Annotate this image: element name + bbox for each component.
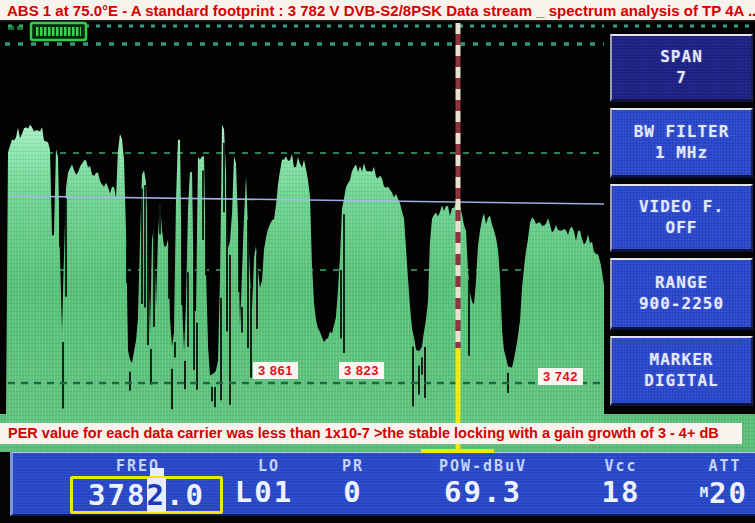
carrier-label-3742: 3 742 — [538, 368, 583, 385]
vcc-label: Vcc — [595, 457, 647, 475]
freq-value-pre: 378 — [88, 478, 146, 512]
range-button-value: 900-2250 — [639, 294, 724, 315]
lo-value: L01 — [225, 475, 303, 509]
video-filter-button-label: VIDEO F. — [639, 197, 724, 218]
range-button[interactable]: RANGE 900-2250 — [610, 258, 753, 330]
freq-input[interactable]: 3782.0 — [70, 476, 223, 514]
span-button[interactable]: SPAN 7 — [610, 34, 753, 102]
freq-value-cursor: 2 — [147, 478, 166, 512]
att-mode-prefix: M — [700, 484, 709, 500]
att-label: ATT — [700, 457, 750, 475]
video-filter-button[interactable]: VIDEO F. OFF — [610, 184, 753, 252]
bw-filter-button-label: BW FILTER — [634, 122, 730, 143]
pr-label: PR — [333, 457, 373, 475]
marker-digital-button-label: MARKER — [650, 350, 714, 371]
carrier-label-3861: 3 861 — [253, 362, 298, 379]
vcc-value: 18 — [595, 475, 647, 509]
range-button-label: RANGE — [655, 273, 708, 294]
marker-digital-button-value: DIGITAL — [644, 371, 718, 392]
marker-digital-button[interactable]: MARKER DIGITAL — [610, 336, 753, 406]
span-button-value: 7 — [676, 68, 687, 89]
pr-value: 0 — [333, 475, 373, 509]
att-value: M20 — [663, 475, 748, 510]
video-filter-button-value: OFF — [666, 218, 698, 239]
pow-value: 69.3 — [423, 475, 543, 509]
pow-label: POW-dBuV — [423, 457, 543, 475]
bw-filter-button-value: 1 MHz — [655, 143, 708, 164]
caption-banner: PER value for each data carrier was less… — [0, 423, 742, 444]
spectrum-analyzer-screen: ABS 1 at 75.0°E - A standard footprint :… — [0, 0, 755, 523]
span-button-label: SPAN — [660, 47, 703, 68]
bw-filter-button[interactable]: BW FILTER 1 MHz — [610, 108, 753, 178]
status-bar-panel: FREQ 3782.0 LO L01 PR 0 POW-dBuV 69.3 Vc… — [10, 452, 755, 516]
lo-label: LO — [239, 457, 299, 475]
carrier-label-3823: 3 823 — [339, 362, 384, 379]
marker-tick — [421, 449, 494, 453]
att-value-number: 20 — [709, 476, 748, 510]
freq-value-post: .0 — [166, 478, 205, 512]
status-bar: FREQ 3782.0 LO L01 PR 0 POW-dBuV 69.3 Vc… — [0, 452, 755, 523]
freq-label: FREQ — [60, 457, 216, 475]
